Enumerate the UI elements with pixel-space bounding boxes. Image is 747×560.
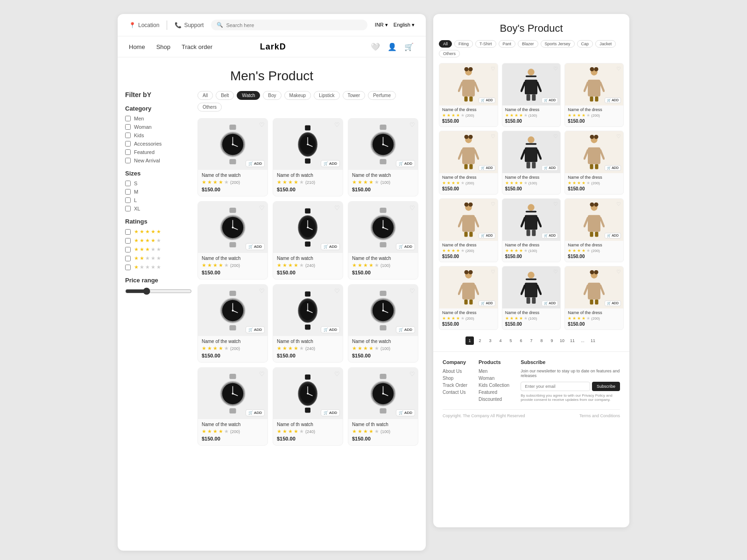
heart-icon[interactable]: ♡ — [409, 204, 415, 211]
boys-product-card[interactable]: ♡ 🛒 ADD Name of the dress ★★★★★ (200) $1… — [439, 131, 498, 195]
product-card[interactable]: ♡ 🛒 ADD Name of th watch ★★★★★ (210) $15… — [273, 118, 343, 196]
boys-product-card[interactable]: ♡ 🛒 ADD Name of the dress ★★★★★ (200) $1… — [439, 198, 498, 262]
size-filter-M[interactable]: M — [125, 189, 192, 195]
boys-heart-icon[interactable]: ♡ — [553, 269, 558, 275]
rating-filter-5[interactable]: ★★★★★ — [125, 229, 192, 235]
boys-tab-blazer[interactable]: Blazer — [518, 40, 538, 48]
category-filter-men[interactable]: Men — [125, 116, 192, 121]
boys-heart-icon[interactable]: ♡ — [491, 133, 495, 140]
boys-tab-cap[interactable]: Cap — [577, 40, 593, 48]
boys-heart-icon[interactable]: ♡ — [616, 201, 621, 207]
page-num-3[interactable]: 3 — [486, 336, 494, 345]
cart-icon[interactable]: 🛒 — [403, 41, 415, 52]
heart-icon[interactable]: ♡ — [334, 287, 340, 294]
page-num-11[interactable]: 11 — [568, 336, 577, 345]
heart-icon[interactable]: ♡ — [334, 204, 340, 211]
boys-heart-icon[interactable]: ♡ — [491, 66, 495, 72]
heart-icon[interactable]: ♡ — [334, 371, 340, 378]
boys-tab-t-shirt[interactable]: T-Shirt — [475, 40, 496, 48]
size-filter-XL[interactable]: XL — [125, 206, 192, 211]
user-icon[interactable]: 👤 — [387, 41, 398, 52]
currency-select[interactable]: INR ▾ — [375, 22, 388, 28]
boys-tab-sports jersey[interactable]: Sports Jersey — [541, 40, 575, 48]
search-input[interactable] — [226, 22, 361, 28]
support-item[interactable]: 📞 Support — [175, 22, 204, 28]
rating-filter-1[interactable]: ★★★★★ — [125, 264, 192, 270]
heart-icon[interactable]: ♡ — [259, 204, 265, 211]
boys-product-card[interactable]: ♡ 🛒 ADD Name of the dress ★★★★★ (100) $1… — [502, 198, 561, 262]
boys-add-button[interactable]: 🛒 ADD — [605, 301, 621, 306]
boys-add-button[interactable]: 🛒 ADD — [605, 233, 621, 238]
category-filter-featured[interactable]: Featured — [125, 149, 192, 155]
product-card[interactable]: ♡ 🛒 ADD Name of th watch ★★★★★ (100) $15… — [348, 367, 418, 446]
footer-company-link[interactable]: Contact Us — [443, 390, 467, 395]
boys-product-card[interactable]: ♡ 🛒 ADD Name of the dress ★★★★★ (200) $1… — [564, 198, 624, 262]
product-tab-lipstick[interactable]: Lipstick — [314, 91, 339, 100]
product-tab-perfume[interactable]: Perfume — [368, 91, 396, 100]
page-num-6[interactable]: 6 — [517, 336, 525, 345]
boys-heart-icon[interactable]: ♡ — [553, 133, 558, 140]
footer-company-link[interactable]: About Us — [443, 369, 467, 374]
boys-heart-icon[interactable]: ♡ — [491, 201, 495, 207]
boys-tab-pant[interactable]: Pant — [499, 40, 516, 48]
product-card[interactable]: ♡ 🛒 ADD Name of the watch ★★★★★ (200) $1… — [197, 118, 268, 196]
product-tab-others[interactable]: Others — [197, 103, 222, 112]
boys-add-button[interactable]: 🛒 ADD — [542, 98, 558, 103]
email-input[interactable] — [521, 382, 590, 391]
footer-product-link[interactable]: Men — [479, 369, 509, 374]
footer-product-link[interactable]: Discounted — [479, 397, 509, 402]
boys-heart-icon[interactable]: ♡ — [553, 201, 558, 207]
boys-heart-icon[interactable]: ♡ — [616, 133, 621, 140]
boys-heart-icon[interactable]: ♡ — [553, 66, 558, 72]
boys-add-button[interactable]: 🛒 ADD — [542, 165, 558, 171]
footer-company-link[interactable]: Shop — [443, 376, 467, 381]
product-card[interactable]: ♡ 🛒 ADD Name of the watch ★★★★★ (200) $1… — [197, 367, 268, 446]
heart-icon[interactable]: ♡ — [259, 371, 265, 378]
heart-icon[interactable]: ♡ — [334, 121, 340, 128]
page-num-10[interactable]: 10 — [558, 336, 566, 345]
product-card[interactable]: ♡ 🛒 ADD Name of the watch ★★★★★ (200) $1… — [197, 284, 268, 363]
add-to-cart-button[interactable]: 🛒 ADD — [246, 409, 265, 416]
product-card[interactable]: ♡ 🛒 ADD Name of the watch ★★★★★ (100) $1… — [348, 284, 418, 363]
rating-filter-3[interactable]: ★★★★★ — [125, 246, 192, 252]
location-item[interactable]: 📍 Location — [129, 22, 159, 28]
size-filter-L[interactable]: L — [125, 197, 192, 203]
subscribe-button[interactable]: Subscribe — [592, 382, 620, 391]
heart-icon[interactable]: ♡ — [259, 287, 265, 294]
boys-product-card[interactable]: ♡ 🛒 ADD Name of the dress ★★★★★ (200) $1… — [439, 266, 498, 330]
add-to-cart-button[interactable]: 🛒 ADD — [321, 243, 340, 250]
page-num-2[interactable]: 2 — [476, 336, 484, 345]
add-to-cart-button[interactable]: 🛒 ADD — [396, 243, 415, 250]
add-to-cart-button[interactable]: 🛒 ADD — [246, 326, 265, 333]
page-num-8[interactable]: 8 — [537, 336, 546, 345]
footer-product-link[interactable]: Kids Collection — [479, 383, 509, 388]
boys-product-card[interactable]: ♡ 🛒 ADD Name of the dress ★★★★★ (200) $1… — [439, 63, 498, 127]
boys-add-button[interactable]: 🛒 ADD — [479, 233, 495, 238]
heart-icon[interactable]: ♡ — [409, 287, 415, 294]
boys-tab-fiting[interactable]: Fiting — [454, 40, 473, 48]
product-tab-all[interactable]: All — [197, 91, 213, 100]
boys-add-button[interactable]: 🛒 ADD — [542, 301, 558, 306]
product-tab-tower[interactable]: Tower — [343, 91, 366, 100]
boys-product-card[interactable]: ♡ 🛒 ADD Name of the dress ★★★★★ (100) $1… — [502, 266, 561, 330]
boys-add-button[interactable]: 🛒 ADD — [605, 98, 621, 103]
heart-icon[interactable]: ♡ — [259, 121, 265, 128]
product-card[interactable]: ♡ 🛒 ADD Name of the watch ★★★★★ (100) $1… — [348, 118, 418, 196]
nav-home[interactable]: Home — [129, 43, 145, 50]
add-to-cart-button[interactable]: 🛒 ADD — [396, 409, 415, 416]
nav-shop[interactable]: Shop — [156, 43, 170, 50]
product-tab-belt[interactable]: Belt — [216, 91, 234, 100]
page-num-11[interactable]: 11 — [589, 336, 597, 345]
product-card[interactable]: ♡ 🛒 ADD Name of the watch ★★★★★ (200) $1… — [197, 201, 268, 280]
add-to-cart-button[interactable]: 🛒 ADD — [321, 409, 340, 416]
size-filter-S[interactable]: S — [125, 181, 192, 186]
product-tab-boy[interactable]: Boy — [263, 91, 281, 100]
page-num-5[interactable]: 5 — [507, 336, 515, 345]
boys-add-button[interactable]: 🛒 ADD — [605, 165, 621, 171]
product-card[interactable]: ♡ 🛒 ADD Name of th watch ★★★★★ (240) $15… — [273, 201, 343, 280]
page-num-7[interactable]: 7 — [527, 336, 536, 345]
boys-product-card[interactable]: ♡ 🛒 ADD Name of the dress ★★★★★ (200) $1… — [564, 266, 624, 330]
page-num-9[interactable]: 9 — [548, 336, 556, 345]
category-filter-accessories[interactable]: Accessories — [125, 141, 192, 147]
boys-add-button[interactable]: 🛒 ADD — [479, 98, 495, 103]
